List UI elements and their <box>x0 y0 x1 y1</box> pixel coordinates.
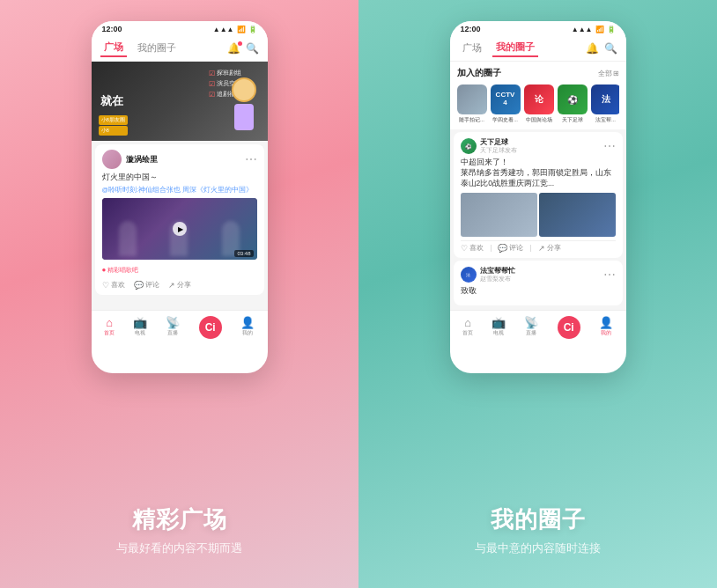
circles-title: 加入的圈子 <box>457 67 501 79</box>
bottom-live[interactable]: 📡 直播 <box>166 317 180 337</box>
video-thumbnail[interactable]: ▶ 03:48 <box>102 198 257 260</box>
right-avatar-1: ⚽ <box>461 138 477 154</box>
r-bell-icon[interactable]: 🔔 <box>586 42 599 55</box>
r-bottom-tv[interactable]: 📺 电视 <box>492 317 506 337</box>
bottom-tv[interactable]: 📺 电视 <box>133 317 147 337</box>
r-mine-icon: 👤 <box>599 317 613 328</box>
right-post-source-sub: 天下足球发布 <box>480 147 517 155</box>
circle-fabao[interactable]: 法 法宝帮... <box>591 85 619 124</box>
post-more-btn[interactable]: ⋯ <box>245 153 257 165</box>
comment-icon: 💬 <box>134 281 144 290</box>
right-nav-myquan[interactable]: 我的圈子 <box>492 39 538 57</box>
r-search-icon[interactable]: 🔍 <box>604 42 617 55</box>
search-icon[interactable]: 🔍 <box>246 42 259 55</box>
r-share-label: 分享 <box>547 244 561 253</box>
share-btn[interactable]: ↗ 分享 <box>168 281 191 290</box>
play-icon: ▶ <box>178 225 183 233</box>
left-phone-wrapper: 12:00 ▲▲▲ 📶 🔋 广场 我的圈子 🔔 🔍 <box>92 21 268 373</box>
left-bottom-text: 精彩广场 与最好看的内容不期而遇 <box>116 387 242 570</box>
right-post-content-1: 中超回来了！莱昂纳多首秀建功，郭田雨锁定胜局，山东泰山2比0战胜重庆两江竞... <box>461 158 616 189</box>
mine-icon: 👤 <box>240 317 255 328</box>
r-mine-label: 我的 <box>601 329 611 337</box>
r-signal-icon: ▲▲▲ <box>572 26 593 33</box>
circle-football[interactable]: ⚽ 天下足球 <box>558 85 588 124</box>
like-label: 喜欢 <box>111 281 125 290</box>
banner-labels: 小8朋友圈 小8 <box>99 115 128 136</box>
right-post-card-2: 法 法宝帮帮忙 赵雪梨发布 ⋯ 致敬 <box>454 261 623 305</box>
right-post-actions-1: ♡ 喜欢 💬 评论 ↗ 分享 <box>461 240 616 253</box>
figure-1 <box>119 221 137 256</box>
grid-icon: ⊞ <box>613 70 619 77</box>
bottom-home[interactable]: ⌂ 首页 <box>104 317 115 337</box>
left-nav-icons: 🔔 🔍 <box>227 42 259 55</box>
r-share-icon: ↗ <box>538 244 545 253</box>
circles-all-btn[interactable]: 全部 ⊞ <box>598 69 619 78</box>
right-subtitle: 与最中意的内容随时连接 <box>475 540 601 556</box>
r-bottom-live[interactable]: 📡 直播 <box>524 317 538 337</box>
check-icon-1: ☑ <box>209 70 215 77</box>
tv-icon: 📺 <box>133 317 147 328</box>
left-nav-guangchang[interactable]: 广场 <box>100 39 127 57</box>
comment-btn[interactable]: 💬 评论 <box>134 281 159 290</box>
right-post-source-block-2: 法宝帮帮忙 赵雪梨发布 <box>480 266 515 283</box>
right-post-card-1: ⚽ 天下足球 天下足球发布 ⋯ 中超回来了！莱昂纳多首秀建功，郭田雨锁定胜局，山… <box>454 132 623 258</box>
circle-forum[interactable]: 论 中国舆论场 <box>524 85 554 124</box>
character-torso <box>234 104 254 130</box>
bell-icon[interactable]: 🔔 <box>227 42 240 55</box>
right-status-icons: ▲▲▲ 📶 🔋 <box>572 26 616 33</box>
right-post-more-2[interactable]: ⋯ <box>603 268 616 281</box>
ci-button[interactable]: Ci <box>199 316 222 339</box>
bottom-ci[interactable]: Ci <box>199 316 222 339</box>
r-like-btn[interactable]: ♡ 喜欢 <box>461 244 484 253</box>
tag-label: ● 精彩唱歌吧 <box>102 266 139 275</box>
img-cell-2-inner <box>539 193 616 237</box>
circle-football-thumb: ⚽ <box>558 85 588 114</box>
r-share-btn[interactable]: ↗ 分享 <box>538 244 561 253</box>
left-nav-myquan[interactable]: 我的圈子 <box>134 40 180 56</box>
football-icon: ⚽ <box>567 95 578 105</box>
left-status-bar: 12:00 ▲▲▲ 📶 🔋 <box>92 21 268 35</box>
r-tv-label: 电视 <box>493 329 504 337</box>
circles-list: 随手拍记... CCTV4 学四史看... 论 <box>457 85 619 124</box>
r-home-label: 首页 <box>462 329 473 337</box>
r-bottom-ci[interactable]: Ci <box>558 316 580 339</box>
left-main-title: 精彩广场 <box>132 504 227 535</box>
circle-fabao-thumb: 法 <box>591 85 619 114</box>
like-btn[interactable]: ♡ 喜欢 <box>102 281 125 290</box>
circle-photo-label: 随手拍记... <box>459 116 484 124</box>
tag-text: 精彩唱歌吧 <box>107 266 138 275</box>
circle-photo[interactable]: 随手拍记... <box>457 85 487 124</box>
r-ci-button[interactable]: Ci <box>558 316 580 339</box>
left-nav: 广场 我的圈子 🔔 🔍 <box>92 35 268 62</box>
r-comment-btn[interactable]: 💬 评论 <box>498 244 523 253</box>
right-nav-guangchang[interactable]: 广场 <box>459 40 485 56</box>
right-phone-wrapper: 12:00 ▲▲▲ 📶 🔋 广场 我的圈子 🔔 🔍 <box>450 21 626 373</box>
home-label: 首页 <box>104 329 115 337</box>
post-mention[interactable]: @聆听时刻:神仙组合张也 周深《灯火里的中国》 <box>102 186 257 195</box>
share-label: 分享 <box>177 281 191 290</box>
left-banner: 就在 小8朋友圈 小8 ☑ 探班剧组 ☑ 演员空降 <box>92 62 268 141</box>
right-post-source: 天下足球 <box>480 137 517 147</box>
right-bottom-bar: ⌂ 首页 📺 电视 📡 直播 Ci <box>450 310 626 343</box>
circle-cctv4[interactable]: CCTV4 学四史看... <box>491 85 521 124</box>
signal-icon: ▲▲▲ <box>213 26 234 33</box>
like-icon: ♡ <box>102 281 109 290</box>
right-post-more-1[interactable]: ⋯ <box>603 140 616 152</box>
right-post-content-2: 致敬 <box>461 286 616 297</box>
r-bottom-mine[interactable]: 👤 我的 <box>599 317 613 337</box>
bottom-mine[interactable]: 👤 我的 <box>240 317 255 337</box>
right-bottom-text: 我的圈子 与最中意的内容随时连接 <box>475 387 601 570</box>
tv-label: 电视 <box>135 329 145 337</box>
character-body <box>230 77 258 141</box>
r-ci-label: Ci <box>564 321 574 334</box>
play-button[interactable]: ▶ <box>173 222 187 236</box>
post-actions: ♡ 喜欢 💬 评论 ↗ 分享 <box>102 281 257 290</box>
r-wifi-icon: 📶 <box>595 26 604 33</box>
right-section: 12:00 ▲▲▲ 📶 🔋 广场 我的圈子 🔔 🔍 <box>358 0 717 588</box>
comment-label: 评论 <box>145 281 159 290</box>
post-username: 漩涡绘里 <box>126 154 158 165</box>
home-icon: ⌂ <box>106 317 113 328</box>
circle-forum-label: 中国舆论场 <box>526 116 552 124</box>
circles-all-label: 全部 <box>598 69 612 78</box>
r-bottom-home[interactable]: ⌂ 首页 <box>462 317 473 337</box>
